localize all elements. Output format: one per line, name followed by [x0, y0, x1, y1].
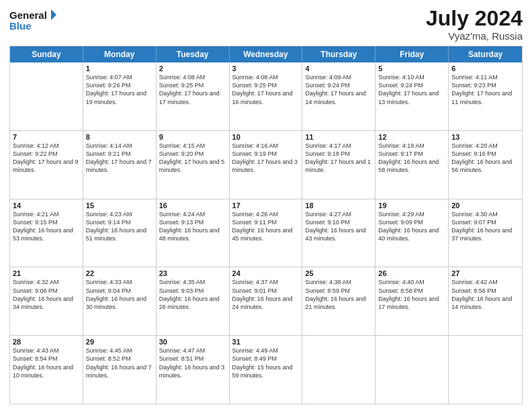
day-cell-29: 29Sunrise: 4:45 AM Sunset: 8:52 PM Dayli…: [83, 336, 157, 404]
day-number: 6: [451, 64, 519, 73]
day-cell-7: 7Sunrise: 4:12 AM Sunset: 9:22 PM Daylig…: [10, 131, 83, 199]
day-number: 1: [86, 64, 153, 73]
calendar-body: 1Sunrise: 4:07 AM Sunset: 9:26 PM Daylig…: [10, 62, 522, 404]
day-info: Sunrise: 4:35 AM Sunset: 9:03 PM Dayligh…: [159, 278, 226, 311]
day-cell-30: 30Sunrise: 4:47 AM Sunset: 8:51 PM Dayli…: [157, 336, 230, 404]
page: General Blue July 2024 Vyaz'ma, Russia S…: [0, 0, 532, 411]
day-number: 15: [86, 201, 153, 210]
day-number: 28: [13, 338, 80, 346]
day-info: Sunrise: 4:11 AM Sunset: 9:23 PM Dayligh…: [451, 73, 519, 106]
day-cell-18: 18Sunrise: 4:27 AM Sunset: 9:10 PM Dayli…: [302, 199, 375, 267]
day-info: Sunrise: 4:23 AM Sunset: 9:14 PM Dayligh…: [86, 210, 153, 243]
day-info: Sunrise: 4:21 AM Sunset: 9:15 PM Dayligh…: [13, 210, 80, 243]
day-info: Sunrise: 4:47 AM Sunset: 8:51 PM Dayligh…: [159, 347, 226, 379]
empty-cell-0-0: [10, 62, 83, 130]
day-info: Sunrise: 4:32 AM Sunset: 9:06 PM Dayligh…: [13, 278, 80, 311]
day-cell-10: 10Sunrise: 4:16 AM Sunset: 9:19 PM Dayli…: [230, 131, 303, 199]
header-day-tuesday: Tuesday: [157, 46, 230, 62]
day-cell-12: 12Sunrise: 4:19 AM Sunset: 9:17 PM Dayli…: [375, 131, 449, 199]
day-cell-2: 2Sunrise: 4:08 AM Sunset: 9:25 PM Daylig…: [157, 62, 230, 130]
day-number: 9: [159, 133, 226, 141]
day-info: Sunrise: 4:09 AM Sunset: 9:24 PM Dayligh…: [305, 73, 372, 106]
day-info: Sunrise: 4:24 AM Sunset: 9:13 PM Dayligh…: [159, 210, 226, 243]
day-info: Sunrise: 4:14 AM Sunset: 9:21 PM Dayligh…: [86, 142, 153, 175]
day-info: Sunrise: 4:37 AM Sunset: 9:01 PM Dayligh…: [232, 278, 300, 311]
day-number: 22: [86, 269, 153, 277]
week-row-5: 28Sunrise: 4:43 AM Sunset: 8:54 PM Dayli…: [10, 336, 522, 404]
day-info: Sunrise: 4:12 AM Sunset: 9:22 PM Dayligh…: [13, 142, 80, 175]
header-day-wednesday: Wednesday: [230, 46, 303, 62]
day-number: 29: [86, 338, 153, 346]
title-block: July 2024 Vyaz'ma, Russia: [426, 7, 523, 42]
day-cell-26: 26Sunrise: 4:40 AM Sunset: 8:58 PM Dayli…: [375, 267, 449, 335]
day-cell-6: 6Sunrise: 4:11 AM Sunset: 9:23 PM Daylig…: [449, 62, 522, 130]
day-info: Sunrise: 4:17 AM Sunset: 9:18 PM Dayligh…: [305, 142, 372, 175]
day-cell-31: 31Sunrise: 4:49 AM Sunset: 8:49 PM Dayli…: [230, 336, 303, 404]
day-info: Sunrise: 4:43 AM Sunset: 8:54 PM Dayligh…: [13, 347, 80, 379]
week-row-2: 7Sunrise: 4:12 AM Sunset: 9:22 PM Daylig…: [10, 131, 522, 199]
svg-text:General: General: [9, 9, 47, 21]
day-number: 12: [378, 133, 445, 141]
day-info: Sunrise: 4:49 AM Sunset: 8:49 PM Dayligh…: [232, 347, 300, 379]
day-number: 26: [378, 269, 445, 277]
header-day-thursday: Thursday: [302, 46, 375, 62]
day-number: 2: [159, 64, 226, 73]
day-number: 7: [13, 133, 80, 141]
header-day-monday: Monday: [83, 46, 157, 62]
day-cell-3: 3Sunrise: 4:08 AM Sunset: 9:25 PM Daylig…: [230, 62, 303, 130]
logo: General Blue: [9, 7, 56, 32]
day-cell-20: 20Sunrise: 4:30 AM Sunset: 9:07 PM Dayli…: [449, 199, 522, 267]
header-day-sunday: Sunday: [10, 46, 83, 62]
day-cell-25: 25Sunrise: 4:38 AM Sunset: 8:59 PM Dayli…: [302, 267, 375, 335]
day-cell-14: 14Sunrise: 4:21 AM Sunset: 9:15 PM Dayli…: [10, 199, 83, 267]
location: Vyaz'ma, Russia: [426, 30, 523, 42]
day-number: 18: [305, 201, 372, 210]
day-cell-22: 22Sunrise: 4:33 AM Sunset: 9:04 PM Dayli…: [83, 267, 157, 335]
day-info: Sunrise: 4:27 AM Sunset: 9:10 PM Dayligh…: [305, 210, 372, 243]
day-info: Sunrise: 4:38 AM Sunset: 8:59 PM Dayligh…: [305, 278, 372, 311]
day-info: Sunrise: 4:08 AM Sunset: 9:25 PM Dayligh…: [232, 73, 300, 106]
header: General Blue July 2024 Vyaz'ma, Russia: [9, 7, 523, 42]
day-cell-11: 11Sunrise: 4:17 AM Sunset: 9:18 PM Dayli…: [302, 131, 375, 199]
day-info: Sunrise: 4:19 AM Sunset: 9:17 PM Dayligh…: [378, 142, 445, 175]
day-cell-9: 9Sunrise: 4:15 AM Sunset: 9:20 PM Daylig…: [157, 131, 230, 199]
day-cell-24: 24Sunrise: 4:37 AM Sunset: 9:01 PM Dayli…: [230, 267, 303, 335]
day-number: 8: [86, 133, 153, 141]
day-number: 13: [451, 133, 519, 141]
day-number: 5: [378, 64, 445, 73]
day-cell-4: 4Sunrise: 4:09 AM Sunset: 9:24 PM Daylig…: [302, 62, 375, 130]
week-row-1: 1Sunrise: 4:07 AM Sunset: 9:26 PM Daylig…: [10, 62, 522, 131]
day-info: Sunrise: 4:10 AM Sunset: 9:24 PM Dayligh…: [378, 73, 445, 106]
day-info: Sunrise: 4:42 AM Sunset: 8:56 PM Dayligh…: [451, 278, 519, 311]
header-day-saturday: Saturday: [449, 46, 522, 62]
day-number: 30: [159, 338, 226, 346]
day-number: 20: [451, 201, 519, 210]
day-number: 4: [305, 64, 372, 73]
day-cell-8: 8Sunrise: 4:14 AM Sunset: 9:21 PM Daylig…: [83, 131, 157, 199]
svg-marker-2: [51, 9, 56, 20]
svg-text:Blue: Blue: [9, 20, 32, 32]
logo-svg: General Blue: [9, 7, 56, 32]
calendar: SundayMondayTuesdayWednesdayThursdayFrid…: [9, 46, 523, 404]
day-cell-21: 21Sunrise: 4:32 AM Sunset: 9:06 PM Dayli…: [10, 267, 83, 335]
day-info: Sunrise: 4:45 AM Sunset: 8:52 PM Dayligh…: [86, 347, 153, 379]
day-number: 23: [159, 269, 226, 277]
day-cell-28: 28Sunrise: 4:43 AM Sunset: 8:54 PM Dayli…: [10, 336, 83, 404]
day-cell-15: 15Sunrise: 4:23 AM Sunset: 9:14 PM Dayli…: [83, 199, 157, 267]
day-cell-1: 1Sunrise: 4:07 AM Sunset: 9:26 PM Daylig…: [83, 62, 157, 130]
day-info: Sunrise: 4:30 AM Sunset: 9:07 PM Dayligh…: [451, 210, 519, 243]
day-cell-17: 17Sunrise: 4:26 AM Sunset: 9:11 PM Dayli…: [230, 199, 303, 267]
day-number: 14: [13, 201, 80, 210]
day-info: Sunrise: 4:33 AM Sunset: 9:04 PM Dayligh…: [86, 278, 153, 311]
day-cell-19: 19Sunrise: 4:29 AM Sunset: 9:09 PM Dayli…: [375, 199, 449, 267]
header-day-friday: Friday: [375, 46, 449, 62]
day-number: 27: [451, 269, 519, 277]
day-number: 25: [305, 269, 372, 277]
day-number: 16: [159, 201, 226, 210]
day-info: Sunrise: 4:40 AM Sunset: 8:58 PM Dayligh…: [378, 278, 445, 311]
day-cell-5: 5Sunrise: 4:10 AM Sunset: 9:24 PM Daylig…: [375, 62, 449, 130]
week-row-4: 21Sunrise: 4:32 AM Sunset: 9:06 PM Dayli…: [10, 267, 522, 336]
day-number: 31: [232, 338, 300, 346]
day-info: Sunrise: 4:15 AM Sunset: 9:20 PM Dayligh…: [159, 142, 226, 175]
empty-cell-4-5: [375, 336, 449, 404]
